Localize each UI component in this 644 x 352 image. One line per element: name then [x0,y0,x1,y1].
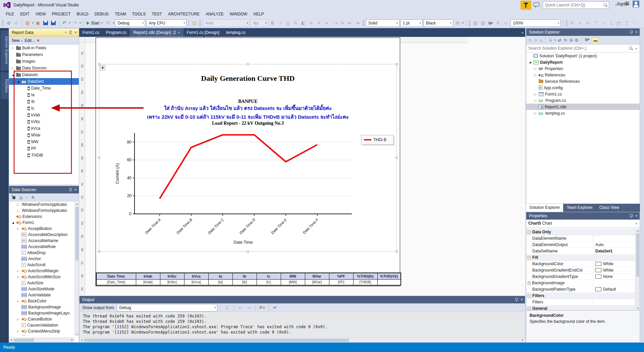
pin-icon[interactable] [630,31,633,34]
tab-overflow-icon[interactable]: ▾ [522,31,523,35]
tree-item-dataset1[interactable]: ◢DataSet1 [9,78,79,85]
numbered-list-icon[interactable]: ⋮≡ [331,19,338,27]
table-value-cell[interactable]: [THDiB] [353,279,377,285]
tree-item-properties[interactable]: ▷Properties [526,65,640,72]
tree-item-thdib[interactable]: THDiB [9,152,79,159]
table-value-cell[interactable]: [Ic] [257,279,281,285]
bottom-tab-team-explorer[interactable]: Team Explorer [563,204,596,212]
horizontal-scrollbar[interactable]: ◄ ► [9,338,74,342]
table-header-cell[interactable]: Date Time [96,273,136,279]
menu-view[interactable]: VIEW [33,10,49,18]
table-header-cell[interactable]: MW [281,273,305,279]
word-wrap-icon[interactable]: ↵ [272,304,278,311]
user-avatar-icon[interactable] [633,1,639,7]
preview-selected-items-icon[interactable]: ▬ [592,38,599,43]
report-table[interactable]: Date TimekVabkVbckVcaIaIbIcMWMVar%PF%THD… [96,273,401,286]
tab-report1-rdlc-design[interactable]: Report1.rdlc [Design]× [130,28,183,37]
table-header-cell[interactable]: kVab [136,273,160,279]
window-position-icon[interactable]: ▾ [626,212,627,220]
table-header-cell[interactable]: %PF [329,273,353,279]
resize-handle[interactable] [247,63,249,65]
font-color-icon[interactable]: A [292,19,299,27]
indent-icon[interactable]: ⇥ [354,19,361,27]
align-left-icon[interactable]: ≡ [308,19,314,27]
tree-item-form1[interactable]: ◢Form1 [9,220,79,226]
tree-item-autoscrollminsize[interactable]: ▷AutoScrollMinSize [9,274,79,280]
property-backgroundpatterntype[interactable]: BackgroundPatternTypeDefault [526,286,635,293]
resize-handle[interactable] [395,250,398,253]
window-position-icon[interactable]: ▾ [65,28,66,37]
toolbar-grip[interactable] [2,20,4,26]
report-data-title-bar[interactable]: Report Data ▾× [9,28,79,37]
align-bottoms-icon[interactable]: ⊥ [608,19,614,27]
pin-icon[interactable] [630,214,633,218]
tab-templog-cs[interactable]: templog.cs [223,28,249,37]
pin-icon[interactable] [69,188,72,192]
menu-help[interactable]: HELP [250,10,267,18]
align-center-icon[interactable]: ≡ [315,19,322,27]
send-feedback-smile-button[interactable] [521,1,531,10]
collapse-all-icon[interactable]: ⊟ [570,38,573,43]
property-category-general[interactable]: −General [526,305,635,310]
refresh-icon[interactable]: ↻ [31,195,35,200]
quick-launch-input[interactable] [543,2,601,8]
configuration-combo[interactable]: Debug▾ [115,19,145,27]
tree-item-datasets[interactable]: ◢Datasets [9,71,79,78]
tree-item-accessibledescription[interactable]: AccessibleDescription [9,232,79,238]
show-grid-icon[interactable]: ▥ [480,19,486,27]
property-category-fill[interactable]: −Fill [526,254,635,261]
tree-item-data-sources[interactable]: ▷Data Sources [9,65,79,71]
tree-item-contextmenustrip[interactable]: ▷ContextMenuStrip [9,328,79,334]
bottom-tab-class-view[interactable]: Class View [596,204,623,212]
tree-item-extensions[interactable]: Extensions [9,214,79,220]
menu-team[interactable]: TEAM [112,10,129,18]
bottom-tab-solution-explorer[interactable]: Solution Explorer [526,204,563,212]
property-backgroundgradienttype[interactable]: BackgroundGradientTypeNone [526,274,635,280]
property-category-data-only[interactable]: −Data Only [526,229,635,235]
table-value-cell[interactable]: [kVab] [136,279,160,285]
table-header-cell[interactable]: kVbc [160,273,184,279]
table-header-cell[interactable]: Ic [257,273,281,279]
make-same-width-icon[interactable]: |*| [615,19,622,27]
sync-with-active-document-icon[interactable]: ⇄ [558,38,561,43]
property-backgroundgradientendcol[interactable]: BackgroundGradientEndColWhite [526,267,635,274]
save-icon[interactable] [42,19,49,27]
report-subtitle-textbox[interactable]: Load Report - 22 kV Outgoing No.3 [96,121,400,126]
tree-item-ia[interactable]: Ia [9,92,79,98]
align-lefts-icon[interactable]: ⊫ [569,19,576,27]
close-icon[interactable]: × [74,186,77,193]
find-message-icon[interactable]: ⇩ [224,304,230,311]
vertical-scrollbar[interactable]: ▲ ▼ [74,202,79,336]
table-header-cell[interactable]: %THD(Vb) [377,273,401,279]
tree-item-app-config[interactable]: App.config [526,84,640,91]
tree-item-mvar[interactable]: MVar [9,132,79,138]
tree-item-autovalidate[interactable]: AutoValidate [9,292,79,298]
tree-item-accessiblename[interactable]: AccessibleName [9,238,79,244]
pin-icon[interactable] [69,31,72,35]
menu-test[interactable]: TEST [149,10,165,18]
paragraph-icon[interactable]: ◧ [300,19,307,27]
italic-icon[interactable]: I [277,19,283,27]
align-right-icon[interactable]: ≡ [323,19,330,27]
align-rights-icon[interactable]: ⊨ [585,19,591,27]
move-handle[interactable]: ✛ [100,65,105,70]
table-value-cell[interactable] [377,279,401,285]
edit-button[interactable]: Edit... [24,38,35,43]
solution-explorer-search[interactable]: ▾ [526,45,640,53]
navigate-forward-icon[interactable]: ⊙ [13,19,20,27]
start-debug-button[interactable]: Start▾ [85,19,104,27]
new-file-icon[interactable]: ▤ [24,19,31,27]
configure-data-source-icon[interactable]: ⊹ [25,195,29,200]
tree-item-autoscrollmargin[interactable]: ▷AutoScrollMargin [9,268,79,274]
package-icon[interactable]: ◫ [191,19,198,27]
tree-item-controlbox[interactable]: ControlBox [9,334,79,336]
forward-icon[interactable]: ⊙ [534,38,537,43]
tree-item-date-time[interactable]: Date_Time [9,85,79,92]
property-backgroundcolor[interactable]: BackgroundColorWhite [526,261,635,267]
resize-handle[interactable] [98,63,100,65]
window-position-icon[interactable]: ▾ [65,186,66,193]
platform-combo[interactable]: Any CPU▾ [146,19,186,27]
table-value-cell[interactable]: [kVca] [184,279,208,285]
tree-item-service-references[interactable]: Service References [526,78,640,84]
tree-item-references[interactable]: ▷References [526,72,640,78]
